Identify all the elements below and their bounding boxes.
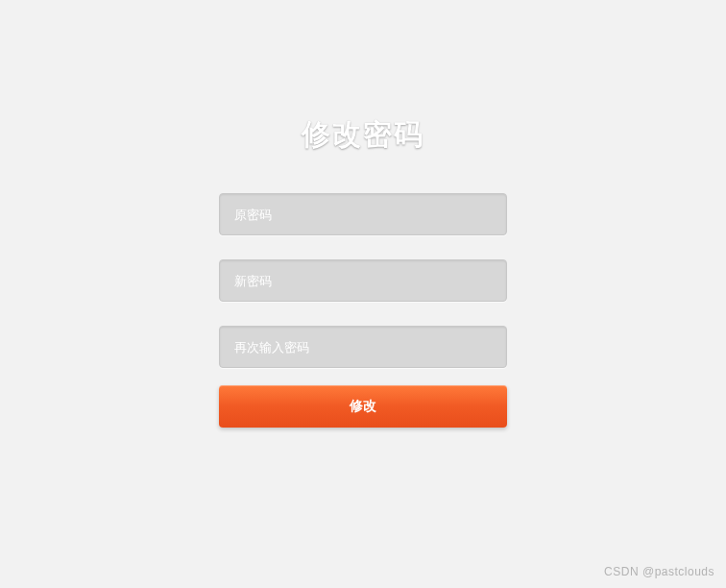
submit-button[interactable]: 修改 [219,385,507,428]
confirm-password-input[interactable] [219,326,507,368]
old-password-input[interactable] [219,193,507,235]
change-password-form: 修改 [219,193,507,428]
new-password-input[interactable] [219,259,507,302]
page-title: 修改密码 [302,115,424,155]
watermark-text: CSDN @pastclouds [604,565,714,578]
